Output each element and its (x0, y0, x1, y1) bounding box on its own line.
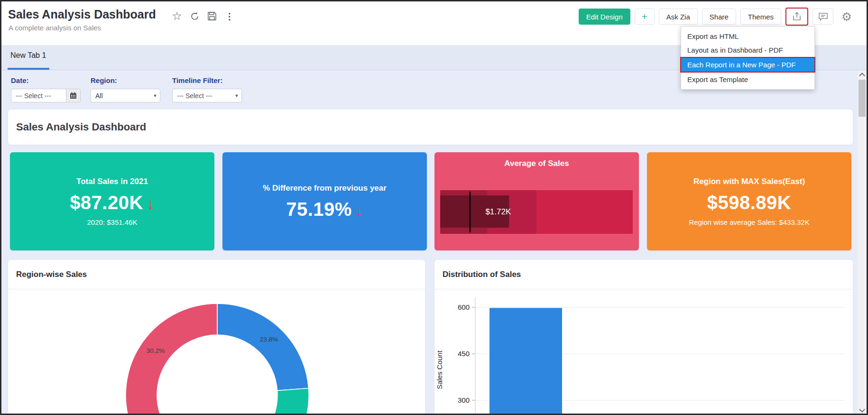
export-menu: Export as HTML Layout as in Dashboard - … (681, 26, 815, 90)
timeline-filter-value: --- Select --- (173, 92, 232, 100)
filter-label-timeline: Timeline Filter: (172, 76, 222, 84)
section-title-panel: Sales Analysis Dashboard (8, 110, 853, 145)
app-window: Sales Analysis Dashboard A complete anal… (0, 0, 868, 415)
save-icon[interactable] (206, 10, 218, 22)
comment-icon[interactable] (813, 9, 833, 25)
kpi-title: Total Sales in 2021 (10, 177, 214, 186)
edit-design-button[interactable]: Edit Design (579, 9, 630, 25)
menu-item-each-report-new-page-pdf[interactable]: Each Report in a New Page - PDF (680, 57, 815, 73)
tab-new-tab-1[interactable]: New Tab 1 (10, 51, 46, 60)
export-icon[interactable] (785, 8, 808, 26)
menu-item-export-html[interactable]: Export as HTML (681, 29, 814, 43)
region-filter-value: All (91, 92, 150, 100)
svg-text:23.8%: 23.8% (260, 336, 278, 343)
header-quick-icons: ☆ ⋮ (171, 10, 235, 22)
kpi-title: Average of Sales (434, 159, 639, 168)
header-toolbar: Edit Design + Ask Zia Share Themes ⚙ (579, 9, 856, 25)
kpi-value: $87.20K↓ (10, 192, 214, 213)
kpi-value: 75.19%↓ (222, 199, 427, 220)
kpi-value: $598.89K (647, 192, 851, 213)
page-subtitle: A complete analysis on Sales (9, 24, 101, 32)
timeline-filter-select[interactable]: --- Select --- ▼ (172, 89, 242, 102)
page-title: Sales Analysis Dashboard (8, 8, 156, 21)
trend-down-arrow-icon: ↓ (356, 203, 363, 219)
chevron-down-icon: ▼ (150, 93, 160, 98)
star-icon[interactable]: ☆ (171, 10, 183, 22)
svg-text:450: 450 (458, 350, 470, 358)
vertical-scrollbar[interactable] (858, 70, 867, 415)
scrollbar-thumb[interactable] (859, 80, 866, 117)
svg-text:300: 300 (458, 396, 470, 404)
svg-text:600: 600 (458, 303, 470, 311)
svg-text:Sales Count: Sales Count (435, 350, 443, 389)
scroll-down-icon[interactable] (859, 406, 865, 413)
region-filter-select[interactable]: All ▼ (91, 89, 160, 102)
share-button[interactable]: Share (702, 9, 736, 25)
active-tab-underline (8, 68, 49, 70)
panel-distribution-of-sales: Distribution of Sales 600450300Sales Cou… (434, 260, 853, 415)
dashboard-content: Date: --- Select --- Region: All ▼ Timel… (1, 70, 858, 415)
calendar-icon[interactable] (66, 89, 80, 102)
bar-chart-svg[interactable]: 600450300Sales Count (434, 289, 852, 415)
donut-chart-svg[interactable]: 23.8%30.2% (8, 289, 425, 415)
panel-title: Distribution of Sales (434, 260, 853, 289)
date-filter-input[interactable]: --- Select --- (11, 89, 81, 102)
date-filter-value: --- Select --- (11, 92, 66, 100)
kpi-card-region-max-sales[interactable]: Region with MAX Sales(East) $598.89K Reg… (647, 152, 851, 250)
bullet-chart-svg[interactable]: $1.72K (440, 190, 633, 234)
kpi-card-percent-difference[interactable]: % Difference from previous year 75.19%↓ (222, 152, 427, 250)
settings-gear-icon[interactable]: ⚙ (838, 9, 856, 25)
svg-text:$1.72K: $1.72K (485, 207, 511, 216)
kpi-card-total-sales[interactable]: Total Sales in 2021 $87.20K↓ 2020: $351.… (10, 152, 214, 250)
kpi-title: % Difference from previous year (222, 184, 427, 193)
more-vertical-icon[interactable]: ⋮ (224, 10, 235, 22)
kpi-subtext: Region wise average Sales: $433.32K (647, 218, 851, 226)
kpi-card-average-sales[interactable]: Average of Sales $1.72K (434, 152, 639, 250)
ask-zia-button[interactable]: Ask Zia (659, 9, 698, 25)
menu-item-layout-dashboard-pdf[interactable]: Layout as in Dashboard - PDF (681, 43, 814, 57)
menu-item-export-template[interactable]: Export as Template (681, 73, 814, 86)
refresh-icon[interactable] (189, 10, 200, 22)
panel-region-wise-sales: Region-wise Sales 23.8%30.2% (8, 260, 425, 415)
filter-label-date: Date: (11, 76, 29, 84)
svg-text:30.2%: 30.2% (147, 347, 165, 354)
kpi-title: Region with MAX Sales(East) (647, 177, 851, 186)
add-tab-button[interactable]: + (635, 9, 655, 25)
chevron-down-icon: ▼ (232, 93, 241, 98)
scroll-up-icon[interactable] (859, 73, 865, 79)
panel-title: Region-wise Sales (8, 260, 425, 289)
themes-button[interactable]: Themes (740, 9, 781, 25)
kpi-subtext: 2020: $351.46K (10, 218, 214, 226)
section-title: Sales Analysis Dashboard (8, 121, 146, 133)
trend-down-arrow-icon: ↓ (147, 196, 155, 212)
filter-label-region: Region: (91, 76, 117, 84)
